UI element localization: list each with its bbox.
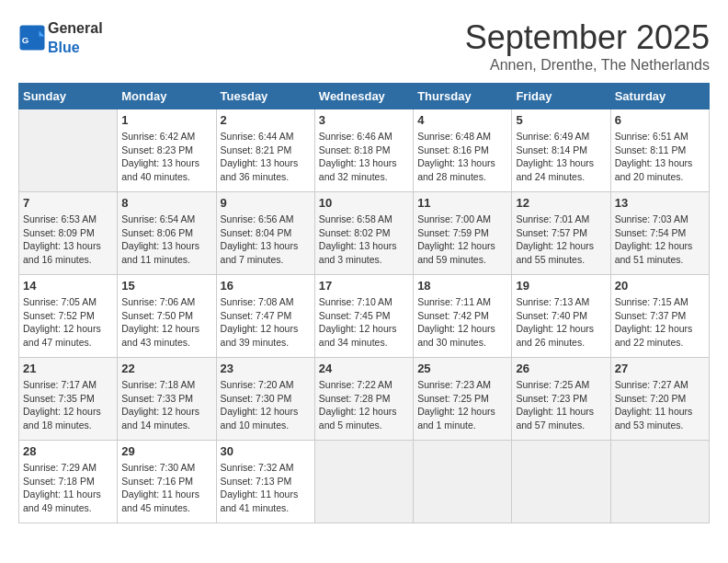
day-info: Sunrise: 7:13 AMSunset: 7:40 PMDaylight:…	[516, 295, 606, 350]
calendar-cell: 16Sunrise: 7:08 AMSunset: 7:47 PMDayligh…	[216, 275, 314, 358]
day-number: 24	[319, 362, 409, 375]
calendar-cell: 14Sunrise: 7:05 AMSunset: 7:52 PMDayligh…	[19, 275, 118, 358]
calendar-cell: 18Sunrise: 7:11 AMSunset: 7:42 PMDayligh…	[414, 275, 512, 358]
day-info: Sunrise: 7:20 AMSunset: 7:30 PMDaylight:…	[221, 378, 311, 432]
day-number: 6	[615, 113, 705, 127]
calendar-cell: 17Sunrise: 7:10 AMSunset: 7:45 PMDayligh…	[314, 275, 413, 358]
day-info: Sunrise: 7:11 AMSunset: 7:42 PMDaylight:…	[417, 295, 507, 350]
day-number: 17	[319, 279, 409, 293]
calendar-cell: 21Sunrise: 7:17 AMSunset: 7:35 PMDayligh…	[19, 358, 118, 441]
day-number: 18	[417, 279, 507, 293]
location-subtitle: Annen, Drenthe, The Netherlands	[465, 57, 710, 74]
day-info: Sunrise: 6:42 AMSunset: 8:23 PMDaylight:…	[121, 130, 211, 184]
calendar-cell: 13Sunrise: 7:03 AMSunset: 7:54 PMDayligh…	[610, 192, 709, 275]
day-header-tuesday: Tuesday	[216, 84, 314, 109]
day-number: 29	[121, 444, 211, 458]
day-number: 15	[121, 279, 211, 293]
calendar-cell: 4Sunrise: 6:48 AMSunset: 8:16 PMDaylight…	[414, 109, 512, 192]
day-info: Sunrise: 7:32 AMSunset: 7:13 PMDaylight:…	[221, 461, 311, 515]
calendar-week-row: 7Sunrise: 6:53 AMSunset: 8:09 PMDaylight…	[19, 192, 710, 275]
calendar-week-row: 1Sunrise: 6:42 AMSunset: 8:23 PMDaylight…	[19, 109, 710, 192]
day-info: Sunrise: 7:01 AMSunset: 7:57 PMDaylight:…	[516, 213, 606, 267]
calendar-week-row: 14Sunrise: 7:05 AMSunset: 7:52 PMDayligh…	[19, 275, 710, 358]
day-number: 26	[516, 362, 606, 375]
calendar-cell: 9Sunrise: 6:56 AMSunset: 8:04 PMDaylight…	[216, 192, 314, 275]
calendar-cell: 7Sunrise: 6:53 AMSunset: 8:09 PMDaylight…	[19, 192, 118, 275]
day-number: 1	[121, 113, 211, 127]
day-number: 13	[615, 196, 705, 210]
calendar-cell: 28Sunrise: 7:29 AMSunset: 7:18 PMDayligh…	[19, 441, 118, 523]
day-info: Sunrise: 6:49 AMSunset: 8:14 PMDaylight:…	[516, 130, 606, 184]
day-header-wednesday: Wednesday	[314, 84, 413, 109]
day-number: 4	[417, 113, 507, 127]
calendar-cell: 27Sunrise: 7:27 AMSunset: 7:20 PMDayligh…	[610, 358, 709, 441]
calendar-cell: 24Sunrise: 7:22 AMSunset: 7:28 PMDayligh…	[314, 358, 413, 441]
day-info: Sunrise: 7:18 AMSunset: 7:33 PMDaylight:…	[121, 378, 211, 432]
day-number: 21	[23, 362, 113, 375]
day-number: 8	[121, 196, 211, 210]
day-info: Sunrise: 6:56 AMSunset: 8:04 PMDaylight:…	[221, 213, 311, 267]
day-info: Sunrise: 6:51 AMSunset: 8:11 PMDaylight:…	[615, 130, 705, 184]
day-number: 25	[417, 362, 507, 375]
calendar-cell: 2Sunrise: 6:44 AMSunset: 8:21 PMDaylight…	[216, 109, 314, 192]
logo-general: General	[48, 20, 103, 36]
day-info: Sunrise: 7:03 AMSunset: 7:54 PMDaylight:…	[615, 213, 705, 267]
calendar-cell	[314, 441, 413, 523]
calendar-cell: 29Sunrise: 7:30 AMSunset: 7:16 PMDayligh…	[118, 441, 216, 523]
day-info: Sunrise: 6:48 AMSunset: 8:16 PMDaylight:…	[417, 130, 507, 184]
page-header: G General Blue September 2025 Annen, Dre…	[18, 18, 710, 74]
day-number: 20	[615, 279, 705, 293]
day-number: 9	[221, 196, 311, 210]
day-info: Sunrise: 6:53 AMSunset: 8:09 PMDaylight:…	[23, 213, 113, 267]
calendar-cell: 3Sunrise: 6:46 AMSunset: 8:18 PMDaylight…	[314, 109, 413, 192]
day-number: 2	[221, 113, 311, 127]
day-number: 30	[221, 444, 311, 458]
logo-blue: Blue	[48, 40, 80, 55]
title-block: September 2025 Annen, Drenthe, The Nethe…	[465, 18, 710, 74]
day-info: Sunrise: 7:00 AMSunset: 7:59 PMDaylight:…	[417, 213, 507, 267]
day-info: Sunrise: 7:06 AMSunset: 7:50 PMDaylight:…	[121, 295, 211, 350]
day-info: Sunrise: 7:17 AMSunset: 7:35 PMDaylight:…	[23, 378, 113, 432]
day-number: 5	[516, 113, 606, 127]
calendar-cell: 15Sunrise: 7:06 AMSunset: 7:50 PMDayligh…	[118, 275, 216, 358]
day-info: Sunrise: 7:15 AMSunset: 7:37 PMDaylight:…	[615, 295, 705, 350]
calendar-cell: 20Sunrise: 7:15 AMSunset: 7:37 PMDayligh…	[610, 275, 709, 358]
day-info: Sunrise: 7:27 AMSunset: 7:20 PMDaylight:…	[615, 378, 705, 432]
calendar-body: 1Sunrise: 6:42 AMSunset: 8:23 PMDaylight…	[19, 109, 710, 523]
calendar-cell: 5Sunrise: 6:49 AMSunset: 8:14 PMDaylight…	[512, 109, 610, 192]
calendar-week-row: 28Sunrise: 7:29 AMSunset: 7:18 PMDayligh…	[19, 441, 710, 523]
logo-icon: G	[18, 24, 46, 52]
calendar-week-row: 21Sunrise: 7:17 AMSunset: 7:35 PMDayligh…	[19, 358, 710, 441]
calendar-cell: 19Sunrise: 7:13 AMSunset: 7:40 PMDayligh…	[512, 275, 610, 358]
day-info: Sunrise: 7:10 AMSunset: 7:45 PMDaylight:…	[319, 295, 409, 350]
calendar-cell	[610, 441, 709, 523]
calendar-cell: 8Sunrise: 6:54 AMSunset: 8:06 PMDaylight…	[118, 192, 216, 275]
day-header-thursday: Thursday	[414, 84, 512, 109]
calendar-cell: 22Sunrise: 7:18 AMSunset: 7:33 PMDayligh…	[118, 358, 216, 441]
calendar-table: SundayMondayTuesdayWednesdayThursdayFrid…	[18, 83, 710, 523]
calendar-cell: 23Sunrise: 7:20 AMSunset: 7:30 PMDayligh…	[216, 358, 314, 441]
day-number: 14	[23, 279, 113, 293]
day-number: 3	[319, 113, 409, 127]
day-header-saturday: Saturday	[610, 84, 709, 109]
day-info: Sunrise: 7:25 AMSunset: 7:23 PMDaylight:…	[516, 378, 606, 432]
day-info: Sunrise: 6:46 AMSunset: 8:18 PMDaylight:…	[319, 130, 409, 184]
calendar-cell: 1Sunrise: 6:42 AMSunset: 8:23 PMDaylight…	[118, 109, 216, 192]
logo: G General Blue	[18, 18, 103, 57]
day-header-monday: Monday	[118, 84, 216, 109]
day-number: 12	[516, 196, 606, 210]
day-info: Sunrise: 6:54 AMSunset: 8:06 PMDaylight:…	[121, 213, 211, 267]
day-number: 10	[319, 196, 409, 210]
day-info: Sunrise: 7:08 AMSunset: 7:47 PMDaylight:…	[221, 295, 311, 350]
calendar-cell: 30Sunrise: 7:32 AMSunset: 7:13 PMDayligh…	[216, 441, 314, 523]
day-number: 7	[23, 196, 113, 210]
day-number: 22	[121, 362, 211, 375]
svg-text:G: G	[22, 35, 29, 45]
day-info: Sunrise: 6:44 AMSunset: 8:21 PMDaylight:…	[221, 130, 311, 184]
day-info: Sunrise: 7:05 AMSunset: 7:52 PMDaylight:…	[23, 295, 113, 350]
day-header-friday: Friday	[512, 84, 610, 109]
day-number: 11	[417, 196, 507, 210]
calendar-cell: 11Sunrise: 7:00 AMSunset: 7:59 PMDayligh…	[414, 192, 512, 275]
month-title: September 2025	[465, 18, 710, 57]
calendar-cell	[414, 441, 512, 523]
